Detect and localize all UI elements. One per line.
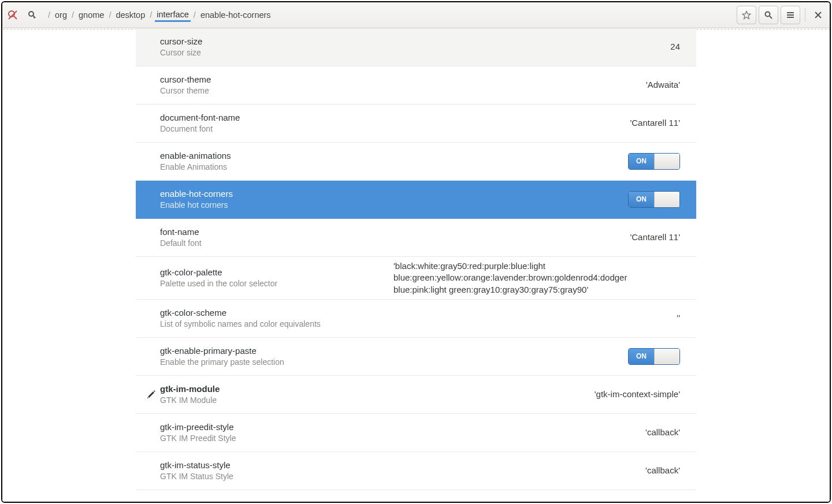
switch-on-label: ON — [629, 349, 654, 364]
value-column: 'Cantarell 11' — [391, 114, 680, 132]
key-column: gtk-color-palettePalette used in the col… — [152, 261, 391, 295]
key-column: gtk-im-preedit-styleGTK IM Preedit Style — [152, 416, 391, 450]
key-description: Enable the primary paste selection — [160, 357, 391, 368]
key-name: gtk-im-module — [160, 383, 391, 395]
breadcrumb-item[interactable]: desktop — [114, 9, 147, 21]
breadcrumb: /org/gnome/desktop/interface/enable-hot-… — [45, 9, 273, 22]
breadcrumb-separator: / — [191, 10, 199, 20]
value-column: ON — [391, 345, 680, 368]
value-text: 'Cantarell 11' — [630, 232, 680, 242]
toggle-switch[interactable]: ON — [628, 191, 680, 208]
key-name: enable-hot-corners — [160, 188, 391, 200]
setting-row-gtk-color-palette[interactable]: gtk-color-palettePalette used in the col… — [136, 257, 696, 300]
value-column: ON — [391, 188, 680, 211]
setting-row-gtk-color-scheme[interactable]: gtk-color-schemeList of symbolic names a… — [136, 300, 696, 338]
header-bar: /org/gnome/desktop/interface/enable-hot-… — [2, 2, 830, 28]
breadcrumb-item[interactable]: interface — [155, 9, 191, 22]
breadcrumb-separator: / — [106, 10, 114, 20]
key-column: enable-hot-cornersEnable hot corners — [152, 182, 391, 216]
bookmark-button[interactable] — [737, 6, 756, 24]
value-text: 'Cantarell 11' — [630, 118, 680, 128]
value-text: 'callback' — [645, 427, 680, 437]
key-name: gtk-color-palette — [160, 267, 391, 278]
value-text: '' — [677, 313, 680, 323]
setting-row-gtk-im-status-style[interactable]: gtk-im-status-styleGTK IM Status Style'c… — [136, 452, 696, 490]
breadcrumb-separator: / — [147, 10, 155, 20]
key-name: gtk-color-scheme — [160, 307, 391, 319]
svg-line-1 — [14, 16, 17, 19]
key-name: cursor-size — [160, 36, 391, 47]
key-name: gtk-im-status-style — [160, 460, 391, 471]
switch-knob — [654, 349, 679, 364]
key-column: cursor-themeCursor theme — [152, 68, 391, 102]
settings-list: cursor-sizeCursor size24cursor-themeCurs… — [136, 28, 696, 490]
key-description: Default font — [160, 238, 391, 249]
setting-row-cursor-theme[interactable]: cursor-themeCursor theme'Adwaita' — [136, 66, 696, 104]
toggle-switch[interactable]: ON — [628, 348, 680, 365]
search-button[interactable] — [759, 6, 778, 24]
switch-on-label: ON — [629, 154, 654, 169]
key-description: GTK IM Status Style — [160, 471, 391, 482]
hamburger-menu-button[interactable] — [781, 6, 800, 24]
key-column: gtk-im-moduleGTK IM Module — [152, 378, 391, 412]
setting-row-gtk-enable-primary-paste[interactable]: gtk-enable-primary-pasteEnable the prima… — [136, 338, 696, 376]
setting-row-cursor-size[interactable]: cursor-sizeCursor size24 — [136, 28, 696, 66]
breadcrumb-item[interactable]: org — [53, 9, 69, 21]
setting-row-enable-hot-corners[interactable]: enable-hot-cornersEnable hot cornersON — [136, 181, 696, 219]
key-name: document-font-name — [160, 112, 391, 124]
key-name: enable-animations — [160, 150, 391, 162]
key-description: Cursor size — [160, 47, 391, 58]
value-text: 'gtk-im-context-simple' — [595, 389, 680, 399]
svg-line-6 — [770, 16, 772, 18]
breadcrumb-separator: / — [45, 10, 53, 20]
setting-row-gtk-im-preedit-style[interactable]: gtk-im-preedit-styleGTK IM Preedit Style… — [136, 414, 696, 452]
key-description: Document font — [160, 124, 391, 135]
setting-row-gtk-im-module[interactable]: gtk-im-moduleGTK IM Module'gtk-im-contex… — [136, 376, 696, 414]
switch-knob — [654, 154, 679, 169]
setting-row-enable-animations[interactable]: enable-animationsEnable AnimationsON — [136, 143, 696, 181]
toggle-switch[interactable]: ON — [628, 153, 680, 170]
value-text: 'Adwaita' — [646, 80, 680, 89]
breadcrumb-item[interactable]: enable-hot-corners — [199, 9, 273, 21]
value-text: 'black:white:gray50:red:purple:blue:ligh… — [393, 261, 627, 294]
pencil-icon — [146, 389, 157, 400]
key-column: gtk-color-schemeList of symbolic names a… — [152, 301, 391, 335]
key-description: List of symbolic names and color equival… — [160, 319, 391, 330]
key-name: cursor-theme — [160, 74, 391, 85]
value-column: 'callback' — [391, 423, 680, 442]
app-icon — [6, 8, 20, 22]
key-description: Cursor theme — [160, 85, 391, 96]
key-column: document-font-nameDocument font — [152, 106, 391, 140]
breadcrumb-separator: / — [69, 10, 77, 20]
value-column: 'black:white:gray50:red:purple:blue:ligh… — [391, 257, 680, 299]
setting-row-font-name[interactable]: font-nameDefault font'Cantarell 11' — [136, 219, 696, 257]
switch-on-label: ON — [629, 192, 654, 207]
key-name: gtk-enable-primary-paste — [160, 345, 391, 357]
back-icon[interactable] — [25, 8, 39, 22]
key-column: cursor-sizeCursor size — [152, 30, 391, 64]
key-description: Enable hot corners — [160, 200, 391, 211]
key-description: GTK IM Module — [160, 395, 391, 406]
separator — [805, 8, 805, 22]
value-column: 'Adwaita' — [391, 76, 680, 94]
key-description: Palette used in the color selector — [160, 278, 391, 289]
breadcrumb-item[interactable]: gnome — [77, 9, 106, 21]
value-text: 24 — [670, 42, 680, 51]
value-column: ON — [391, 150, 680, 173]
close-button[interactable] — [810, 6, 826, 24]
switch-knob — [654, 192, 679, 207]
settings-content[interactable]: cursor-sizeCursor size24cursor-themeCurs… — [2, 28, 830, 502]
value-column: 24 — [391, 38, 680, 56]
svg-point-3 — [29, 12, 34, 16]
key-column: enable-animationsEnable Animations — [152, 144, 391, 178]
value-text: 'callback' — [645, 465, 680, 475]
app-window: /org/gnome/desktop/interface/enable-hot-… — [1, 1, 831, 503]
key-name: font-name — [160, 226, 391, 238]
setting-row-document-font-name[interactable]: document-font-nameDocument font'Cantarel… — [136, 104, 696, 143]
value-column: 'gtk-im-context-simple' — [391, 385, 680, 404]
key-description: GTK IM Preedit Style — [160, 433, 391, 444]
key-name: gtk-im-preedit-style — [160, 421, 391, 433]
value-column: 'callback' — [391, 461, 680, 480]
svg-point-5 — [766, 12, 770, 17]
key-column: font-nameDefault font — [152, 221, 391, 255]
